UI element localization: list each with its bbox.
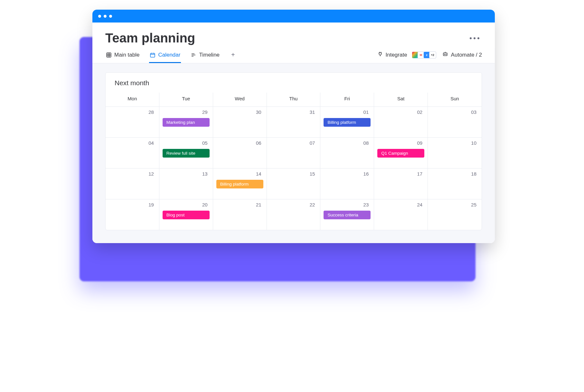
date-number: 08 bbox=[324, 140, 371, 146]
weekday-header: Sat bbox=[374, 93, 428, 106]
date-number: 09 bbox=[377, 140, 424, 146]
calendar-cell[interactable]: 22 bbox=[267, 199, 321, 230]
date-number: 23 bbox=[324, 202, 371, 207]
calendar-cell[interactable]: 14Billing platform bbox=[213, 168, 267, 199]
integrate-button[interactable]: Integrate bbox=[377, 51, 407, 59]
integration-badges[interactable]: M z +2 bbox=[413, 51, 436, 59]
date-number: 01 bbox=[324, 109, 371, 115]
tab-label: Calendar bbox=[158, 52, 180, 58]
page-title: Team planning bbox=[105, 31, 195, 45]
tab-label: Main table bbox=[114, 52, 139, 58]
calendar-cell[interactable]: 15 bbox=[267, 168, 321, 199]
calendar-cell[interactable]: 02 bbox=[374, 106, 428, 137]
weekday-header: Sun bbox=[428, 93, 482, 106]
date-number: 16 bbox=[324, 171, 371, 177]
date-number: 21 bbox=[216, 202, 263, 207]
add-view-button[interactable]: + bbox=[229, 51, 237, 62]
calendar-cell[interactable]: 17 bbox=[374, 168, 428, 199]
calendar-cell[interactable]: 31 bbox=[267, 106, 321, 137]
date-number: 17 bbox=[377, 171, 424, 177]
calendar-panel: Next month MonTueWedThuFriSatSun 2829Mar… bbox=[105, 72, 482, 230]
calendar-cell[interactable]: 07 bbox=[267, 137, 321, 168]
calendar-event[interactable]: Success criteria bbox=[324, 211, 371, 219]
calendar-cell[interactable]: 20Blog post bbox=[159, 199, 213, 230]
calendar-event[interactable]: Billing platform bbox=[216, 180, 263, 188]
calendar-cell[interactable]: 18 bbox=[428, 168, 482, 199]
weekday-header: Tue bbox=[159, 93, 213, 106]
calendar-cell[interactable]: 28 bbox=[106, 106, 159, 137]
app-window: Team planning Main table Calendar bbox=[92, 10, 495, 243]
calendar-cell[interactable]: 01Billing platform bbox=[320, 106, 374, 137]
date-number: 13 bbox=[163, 171, 210, 177]
window-dot bbox=[98, 15, 101, 18]
calendar-event[interactable]: Review full site bbox=[163, 149, 210, 158]
calendar-cell[interactable]: 03 bbox=[428, 106, 482, 137]
calendar-event[interactable]: Blog post bbox=[163, 211, 210, 219]
date-number: 15 bbox=[270, 171, 317, 177]
date-number: 24 bbox=[377, 202, 424, 207]
calendar-event[interactable]: Q1 Campaign bbox=[377, 149, 424, 158]
calendar-cell[interactable]: 06 bbox=[213, 137, 267, 168]
robot-icon bbox=[442, 51, 448, 59]
date-number: 02 bbox=[377, 109, 424, 115]
svg-rect-12 bbox=[443, 53, 447, 56]
date-number: 07 bbox=[270, 140, 317, 146]
calendar-cell[interactable]: 19 bbox=[106, 199, 159, 230]
calendar-event[interactable]: Marketing plan bbox=[163, 118, 210, 127]
date-number: 05 bbox=[163, 140, 210, 146]
date-number: 22 bbox=[270, 202, 317, 207]
plug-icon bbox=[377, 51, 383, 59]
calendar-cell[interactable]: 05Review full site bbox=[159, 137, 213, 168]
calendar-cell[interactable]: 21 bbox=[213, 199, 267, 230]
automate-button[interactable]: Automate / 2 bbox=[442, 51, 482, 59]
tab-calendar[interactable]: Calendar bbox=[149, 50, 181, 63]
date-number: 12 bbox=[109, 171, 156, 177]
calendar-event[interactable]: Billing platform bbox=[324, 118, 371, 127]
view-tabs: Main table Calendar Timeline + bbox=[105, 50, 237, 63]
timeline-icon bbox=[191, 52, 196, 58]
date-number: 30 bbox=[216, 109, 263, 115]
date-number: 20 bbox=[163, 202, 210, 207]
calendar-cell[interactable]: 23Success criteria bbox=[320, 199, 374, 230]
calendar-title: Next month bbox=[106, 79, 482, 93]
calendar-cell[interactable]: 16 bbox=[320, 168, 374, 199]
date-number: 10 bbox=[431, 140, 478, 146]
calendar-cell[interactable]: 08 bbox=[320, 137, 374, 168]
date-number: 18 bbox=[431, 171, 478, 177]
weekday-header: Wed bbox=[213, 93, 267, 106]
integration-more-badge: +2 bbox=[429, 51, 436, 59]
date-number: 06 bbox=[216, 140, 263, 146]
tab-main-table[interactable]: Main table bbox=[105, 50, 140, 63]
calendar-cell[interactable]: 29Marketing plan bbox=[159, 106, 213, 137]
svg-rect-0 bbox=[107, 53, 111, 57]
calendar-cell[interactable]: 09Q1 Campaign bbox=[374, 137, 428, 168]
more-options-button[interactable] bbox=[467, 35, 482, 42]
calendar-cell[interactable]: 12 bbox=[106, 168, 159, 199]
date-number: 29 bbox=[163, 109, 210, 115]
weekday-header: Thu bbox=[267, 93, 321, 106]
window-dot bbox=[104, 15, 107, 18]
svg-rect-5 bbox=[151, 53, 155, 57]
automate-label: Automate / 2 bbox=[451, 52, 482, 58]
svg-point-13 bbox=[444, 54, 445, 55]
date-number: 04 bbox=[109, 140, 156, 146]
svg-point-14 bbox=[446, 54, 446, 55]
tab-label: Timeline bbox=[199, 52, 220, 58]
integrate-label: Integrate bbox=[386, 52, 407, 58]
table-icon bbox=[106, 52, 112, 58]
date-number: 19 bbox=[109, 202, 156, 207]
weekday-header: Fri bbox=[320, 93, 374, 106]
window-dot bbox=[109, 15, 112, 18]
date-number: 03 bbox=[431, 109, 478, 115]
tab-timeline[interactable]: Timeline bbox=[190, 50, 220, 63]
calendar-cell[interactable]: 10 bbox=[428, 137, 482, 168]
calendar-cell[interactable]: 13 bbox=[159, 168, 213, 199]
calendar-cell[interactable]: 24 bbox=[374, 199, 428, 230]
calendar-cell[interactable]: 04 bbox=[106, 137, 159, 168]
date-number: 31 bbox=[270, 109, 317, 115]
window-titlebar bbox=[92, 10, 495, 23]
calendar-cell[interactable]: 25 bbox=[428, 199, 482, 230]
date-number: 14 bbox=[216, 171, 263, 177]
calendar-cell[interactable]: 30 bbox=[213, 106, 267, 137]
calendar-icon bbox=[150, 52, 155, 58]
